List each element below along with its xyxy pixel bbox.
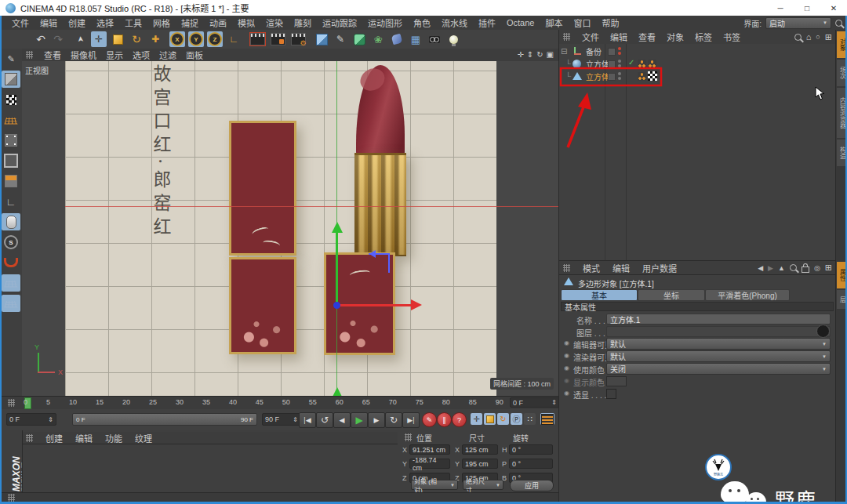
end-frame-field[interactable]: 90 F ⇕: [262, 413, 301, 426]
redo-button[interactable]: ↷: [50, 31, 66, 47]
attribute-menu-item[interactable]: 编辑: [606, 262, 636, 274]
viewport-canvas[interactable]: 故宫口红·郎窑红: [22, 61, 558, 396]
pos-y-field[interactable]: -188.74 cm: [409, 459, 450, 469]
coordinate-system-button[interactable]: ∟: [226, 31, 242, 47]
last-tool[interactable]: ✚: [147, 31, 163, 47]
size-mode-dropdown[interactable]: 绝对尺寸▼: [463, 480, 503, 490]
search-icon[interactable]: [790, 264, 797, 271]
menu-item[interactable]: 捕捉: [176, 16, 204, 29]
move-tool[interactable]: ✛: [91, 31, 107, 47]
view-toggle-icon[interactable]: ▣: [547, 50, 554, 59]
home-icon[interactable]: ⌂: [806, 32, 812, 42]
object-row-backup[interactable]: ⊟ 备份: [559, 45, 835, 57]
menu-item[interactable]: 插件: [473, 16, 501, 29]
menu-item[interactable]: 脚本: [540, 16, 568, 29]
enabled-check-icon[interactable]: ✓: [628, 58, 634, 67]
lock-workplane-button[interactable]: [2, 274, 20, 292]
object-menu-item[interactable]: 查看: [633, 31, 661, 43]
layer-field[interactable]: ▸: [606, 326, 831, 337]
object-menu-item[interactable]: 编辑: [605, 31, 633, 43]
radio-icon[interactable]: ◉: [564, 364, 569, 372]
light-button[interactable]: [445, 31, 461, 47]
menu-item[interactable]: 网格: [147, 16, 176, 29]
previous-key-button[interactable]: ↺: [316, 412, 333, 428]
primitive-cube-button[interactable]: [314, 31, 329, 47]
frame-icon[interactable]: ⊞: [825, 263, 832, 273]
viewport-solo-button[interactable]: [2, 213, 20, 230]
attribute-menu-item[interactable]: 模式: [576, 262, 606, 274]
menu-item[interactable]: 创建: [63, 16, 91, 29]
rotate-tool[interactable]: ↻: [129, 31, 144, 47]
menu-item[interactable]: 渲染: [260, 16, 289, 29]
object-menu-item[interactable]: 对象: [661, 31, 689, 43]
layer-square-icon[interactable]: [608, 48, 616, 56]
close-button[interactable]: ✕: [820, 0, 847, 16]
object-menu-item[interactable]: 书签: [718, 31, 746, 43]
object-name[interactable]: 立方体: [584, 58, 609, 70]
basic-properties-section[interactable]: 基本属性: [561, 302, 834, 311]
viewport-menu-item[interactable]: 过滤: [154, 49, 181, 61]
axis-mode-button[interactable]: ∟: [2, 193, 20, 210]
xray-checkbox[interactable]: [606, 389, 616, 399]
spinner-icon[interactable]: ⇕: [42, 416, 53, 423]
view-pan-icon[interactable]: ✛: [517, 50, 523, 59]
render-visibility-dropdown[interactable]: 默认 ▼: [606, 350, 831, 362]
editor-visibility-dropdown[interactable]: 默认 ▼: [606, 338, 831, 350]
menu-item[interactable]: 流水线: [436, 16, 473, 29]
search-icon[interactable]: [835, 20, 842, 27]
menu-item[interactable]: 文件: [6, 16, 35, 29]
panel-grip-icon[interactable]: [563, 264, 570, 272]
radio-icon[interactable]: ◉: [564, 339, 569, 346]
object-menu-item[interactable]: 文件: [576, 31, 605, 43]
workplane-mode-button[interactable]: [2, 111, 20, 129]
goto-end-button[interactable]: ▶|: [402, 412, 420, 428]
visibility-dots[interactable]: [618, 72, 621, 82]
lock-z-axis-button[interactable]: Z: [207, 31, 223, 47]
key-parameter-toggle[interactable]: Ⓟ: [511, 413, 522, 425]
y-axis-arrowhead[interactable]: [332, 216, 343, 233]
keyframe-selection-button[interactable]: ?: [452, 412, 467, 427]
radio-icon[interactable]: ◉: [564, 352, 569, 359]
make-editable-button[interactable]: ✎: [2, 50, 20, 67]
view-name-label[interactable]: 正视图: [25, 64, 49, 76]
apply-button[interactable]: 应用: [510, 480, 554, 491]
mograph-button[interactable]: ❀: [370, 31, 386, 47]
workplane-align-button[interactable]: [2, 295, 20, 312]
subdivision-surface-button[interactable]: [351, 31, 367, 47]
search-icon[interactable]: [794, 34, 802, 41]
menu-item[interactable]: 运动跟踪: [317, 16, 362, 29]
lock-icon[interactable]: [802, 267, 809, 273]
panel-grip-icon[interactable]: [563, 33, 570, 41]
menu-item[interactable]: 角色: [408, 16, 436, 29]
deformer-button[interactable]: [389, 31, 405, 47]
lock-y-axis-button[interactable]: Y: [188, 31, 204, 47]
texture-mode-button[interactable]: [2, 91, 20, 108]
previous-frame-button[interactable]: ◀: [333, 412, 351, 428]
visibility-dots[interactable]: [618, 47, 621, 56]
viewport-menu-item[interactable]: 显示: [101, 49, 128, 61]
menu-item[interactable]: 编辑: [35, 16, 63, 29]
scale-tool[interactable]: [110, 31, 125, 47]
magnet-snap-button[interactable]: [2, 254, 20, 271]
panel-grip-icon[interactable]: [26, 51, 33, 59]
menu-item[interactable]: 动画: [204, 16, 232, 29]
parent-up-icon[interactable]: ▲: [778, 264, 785, 272]
menu-item[interactable]: 模拟: [232, 16, 260, 29]
object-row-cube[interactable]: └ 立方体 ✓: [559, 58, 835, 70]
minimize-button[interactable]: ─: [767, 0, 794, 16]
camera-button[interactable]: [427, 31, 442, 47]
use-color-dropdown[interactable]: 关闭 ▼: [606, 363, 831, 375]
lock-x-axis-button[interactable]: X: [169, 31, 185, 47]
history-back-icon[interactable]: ◀: [758, 264, 763, 272]
axis-origin-dot[interactable]: [333, 302, 340, 309]
texture-tag-icon[interactable]: [648, 71, 657, 81]
goto-start-button[interactable]: |◀: [299, 412, 316, 428]
render-settings-button[interactable]: ⚙: [290, 31, 306, 47]
filter-icon[interactable]: ○: [816, 33, 820, 41]
radio-icon[interactable]: ◉: [564, 390, 569, 397]
view-zoom-icon[interactable]: ⇕: [527, 50, 533, 59]
x-axis-arrowhead[interactable]: [411, 299, 427, 310]
current-frame-field[interactable]: 0 F ⇕: [6, 413, 56, 426]
layer-square-icon[interactable]: [608, 73, 616, 81]
expand-icon[interactable]: ⊟: [561, 47, 567, 56]
